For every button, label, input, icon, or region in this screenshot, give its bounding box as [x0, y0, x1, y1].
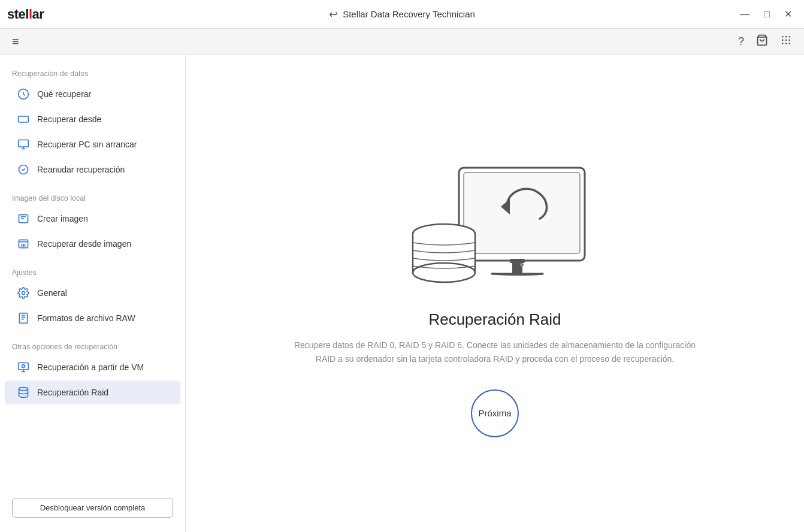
create-image-icon [17, 212, 30, 225]
resume-icon [17, 163, 30, 176]
svg-point-1 [782, 36, 784, 38]
main-layout: Recuperación de datos Qué recuperar Recu… [0, 55, 804, 532]
sidebar-item-raid[interactable]: Recuperación Raid [5, 380, 180, 404]
app-logo: stellar [7, 7, 44, 22]
sidebar-item-label: Recuperación a partir de VM [37, 362, 144, 372]
content-title: Recuperación Raid [428, 310, 561, 329]
sidebar-item-label: Reanudar recuperación [37, 165, 125, 174]
svg-point-7 [782, 43, 784, 45]
section-title-other: Otras opciones de recuperación [0, 338, 185, 355]
sidebar-item-raw-formats[interactable]: Formatos de archivo RAW [5, 306, 180, 330]
recover-pc-icon [17, 138, 30, 151]
svg-point-6 [789, 40, 791, 41]
app-title: Stellar Data Recovery Technician [343, 9, 475, 19]
menu-button[interactable]: ≡ [10, 32, 22, 51]
svg-point-31 [413, 263, 475, 282]
main-content: Recuperación Raid Recupere datos de RAID… [186, 55, 804, 532]
svg-point-9 [789, 43, 791, 45]
sidebar: Recuperación de datos Qué recuperar Recu… [0, 55, 186, 532]
svg-point-15 [22, 292, 25, 295]
svg-point-8 [785, 43, 787, 45]
sidebar-footer: Desbloquear versión completa [0, 488, 185, 522]
titlebar-center: ↩ Stellar Data Recovery Technician [329, 8, 475, 21]
help-button[interactable]: ? [736, 33, 746, 50]
minimize-button[interactable]: — [735, 7, 754, 22]
vm-icon [17, 361, 30, 374]
sidebar-item-recover-from-image[interactable]: Recuperar desde imagen [5, 232, 180, 256]
sidebar-item-label: Formatos de archivo RAW [37, 313, 135, 323]
svg-point-4 [782, 40, 784, 41]
svg-rect-24 [510, 259, 525, 263]
next-button-container: Próxima [471, 389, 519, 437]
titlebar-right: — □ ✕ [735, 6, 797, 22]
sidebar-item-crear-imagen[interactable]: Crear imagen [5, 207, 180, 231]
recover-from-icon [17, 113, 30, 126]
titlebar: stellar ↩ Stellar Data Recovery Technici… [0, 0, 804, 29]
toolbar-left: ≡ [10, 32, 22, 51]
sidebar-item-label: Recuperar PC sin arrancar [37, 140, 137, 149]
svg-rect-17 [19, 363, 29, 370]
recover-from-image-icon [17, 237, 30, 250]
sidebar-item-recuperar-desde[interactable]: Recuperar desde [5, 107, 180, 131]
back-arrow-icon: ↩ [329, 8, 338, 21]
recover-what-icon [17, 87, 30, 101]
sidebar-item-general[interactable]: General [5, 281, 180, 305]
svg-point-18 [22, 365, 25, 368]
svg-point-19 [19, 388, 28, 391]
file-format-icon [17, 312, 30, 325]
svg-point-5 [785, 40, 787, 41]
sidebar-item-label: Recuperar desde [37, 114, 101, 124]
cart-button[interactable] [754, 32, 770, 52]
section-title-recovery: Recuperación de datos [0, 65, 185, 81]
unlock-button[interactable]: Desbloquear versión completa [12, 498, 173, 518]
sidebar-item-label: Qué recuperar [37, 89, 91, 99]
section-title-settings: Ajustes [0, 264, 185, 280]
svg-point-25 [520, 263, 524, 267]
raid-illustration [393, 150, 597, 296]
svg-rect-12 [19, 140, 29, 147]
maximize-button[interactable]: □ [759, 7, 775, 22]
gear-icon [17, 286, 30, 300]
sidebar-item-recover-pc[interactable]: Recuperar PC sin arrancar [5, 132, 180, 156]
section-title-image: Imagen del disco local [0, 189, 185, 206]
sidebar-item-label: General [37, 288, 67, 298]
svg-rect-21 [464, 173, 580, 253]
sidebar-item-reanudar[interactable]: Reanudar recuperación [5, 158, 180, 182]
close-button[interactable]: ✕ [779, 6, 797, 22]
grid-button[interactable] [778, 32, 794, 52]
sidebar-item-label: Recuperación Raid [37, 388, 108, 397]
sidebar-item-label: Crear imagen [37, 214, 88, 223]
sidebar-item-vm-recovery[interactable]: Recuperación a partir de VM [5, 355, 180, 379]
svg-point-2 [785, 36, 787, 38]
svg-rect-11 [19, 116, 29, 122]
sidebar-item-que-recuperar[interactable]: Qué recuperar [5, 82, 180, 106]
raid-icon [17, 386, 30, 399]
sidebar-item-label: Recuperar desde imagen [37, 239, 131, 249]
toolbar-right: ? [736, 32, 794, 52]
next-button[interactable]: Próxima [471, 389, 519, 437]
content-description: Recupere datos de RAID 0, RAID 5 y RAID … [285, 338, 705, 365]
titlebar-left: stellar [7, 7, 44, 22]
toolbar: ≡ ? [0, 29, 804, 55]
svg-point-3 [789, 36, 791, 38]
